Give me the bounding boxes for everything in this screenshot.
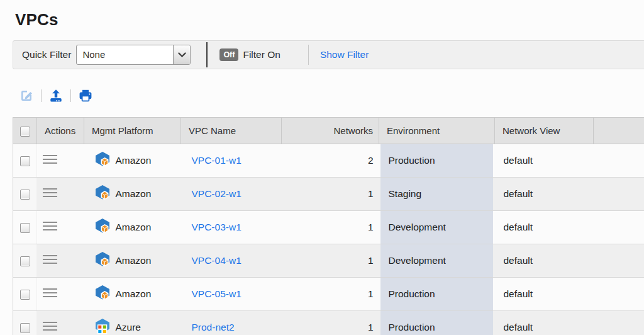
row-select-cell <box>13 211 37 244</box>
row-select-cell <box>13 311 37 335</box>
amazon-icon <box>94 251 111 270</box>
cell-spacer <box>594 244 644 278</box>
amazon-icon <box>94 285 111 304</box>
row-select-cell <box>13 278 37 311</box>
row-select-cell <box>13 144 37 178</box>
row-checkbox[interactable] <box>20 223 30 233</box>
header-actions[interactable]: Actions <box>37 118 84 144</box>
vpc-name-link[interactable]: VPC-05-w1 <box>192 288 242 299</box>
vpc-name-link[interactable]: VPC-03-w1 <box>192 222 242 232</box>
row-actions-cell <box>37 144 84 178</box>
row-checkbox[interactable] <box>20 256 30 266</box>
environment-value: Production <box>380 144 493 177</box>
platform-label: Amazon <box>116 155 152 166</box>
edit-icon[interactable] <box>19 88 34 103</box>
quick-filter-dropdown-button[interactable] <box>173 45 190 64</box>
row-actions-cell <box>37 244 84 278</box>
table-row: Amazon VPC-03-w1 1 Development default <box>13 211 644 244</box>
cell-networks: 1 <box>282 278 379 311</box>
table-row: Amazon VPC-01-w1 2 Production default <box>13 144 644 178</box>
row-actions-menu-icon[interactable] <box>43 185 57 201</box>
row-checkbox[interactable] <box>20 290 30 300</box>
table-row: Amazon VPC-02-w1 1 Staging default <box>13 178 644 211</box>
cell-vpc-name: VPC-02-w1 <box>181 178 282 211</box>
cell-network-view: default <box>495 244 594 278</box>
cell-spacer <box>594 178 644 211</box>
cell-mgmt-platform: Amazon <box>84 144 181 178</box>
quick-filter-label: Quick Filter <box>22 49 71 60</box>
amazon-icon <box>94 218 111 237</box>
toolbar-divider <box>41 89 42 102</box>
environment-value: Staging <box>380 178 493 210</box>
filter-bar-divider <box>206 42 208 67</box>
azure-icon <box>94 318 111 335</box>
table-header-row: Actions Mgmt Platform VPC Name Networks … <box>13 118 644 144</box>
row-checkbox[interactable] <box>20 190 30 200</box>
filter-toggle-label: Filter On <box>243 49 280 60</box>
cell-mgmt-platform: Amazon <box>84 211 181 244</box>
table-toolbar <box>19 88 644 103</box>
row-checkbox[interactable] <box>20 323 30 333</box>
cell-environment: Development <box>379 244 495 278</box>
row-actions-cell <box>37 211 84 244</box>
print-icon[interactable] <box>78 88 93 103</box>
vpc-name-link[interactable]: VPC-02-w1 <box>192 188 242 199</box>
cell-network-view: default <box>495 211 594 244</box>
cell-networks: 1 <box>282 311 379 335</box>
row-actions-cell <box>37 311 84 335</box>
quick-filter-value: None <box>77 45 173 64</box>
cell-environment: Production <box>379 144 495 178</box>
cell-network-view: default <box>495 278 594 311</box>
platform-label: Azure <box>116 322 142 333</box>
table-row: Azure Prod-net2 1 Production default <box>13 311 644 335</box>
header-vpc-name[interactable]: VPC Name <box>181 118 282 144</box>
cell-vpc-name: Prod-net2 <box>181 311 282 335</box>
upload-icon[interactable] <box>48 88 64 103</box>
vpc-name-link[interactable]: VPC-04-w1 <box>192 255 242 266</box>
page-title: VPCs <box>15 10 644 29</box>
header-mgmt-platform[interactable]: Mgmt Platform <box>84 118 181 144</box>
cell-spacer <box>594 211 644 244</box>
environment-value: Development <box>380 211 493 244</box>
select-all-header <box>13 118 37 144</box>
cell-networks: 2 <box>282 144 379 178</box>
header-network-view[interactable]: Network View <box>495 118 594 144</box>
cell-environment: Production <box>379 278 495 311</box>
cell-mgmt-platform: Amazon <box>84 244 181 278</box>
amazon-icon <box>94 185 111 203</box>
platform-label: Amazon <box>116 255 152 266</box>
row-actions-menu-icon[interactable] <box>43 251 57 268</box>
amazon-icon <box>94 151 111 170</box>
environment-value: Production <box>380 278 493 310</box>
cell-mgmt-platform: Azure <box>84 311 181 335</box>
filter-toggle[interactable]: Off <box>219 48 238 61</box>
row-actions-menu-icon[interactable] <box>43 318 57 334</box>
quick-filter-select[interactable]: None <box>76 45 191 65</box>
cell-vpc-name: VPC-01-w1 <box>181 144 282 178</box>
vpc-table: Actions Mgmt Platform VPC Name Networks … <box>13 117 644 335</box>
cell-network-view: default <box>495 178 594 211</box>
platform-label: Amazon <box>116 288 152 300</box>
row-actions-menu-icon[interactable] <box>43 151 57 168</box>
header-environment[interactable]: Environment <box>379 118 495 144</box>
cell-spacer <box>594 144 644 178</box>
vpc-name-link[interactable]: VPC-01-w1 <box>192 155 242 166</box>
row-checkbox[interactable] <box>20 156 30 166</box>
toolbar-divider <box>70 89 71 102</box>
cell-vpc-name: VPC-04-w1 <box>181 244 282 278</box>
filter-bar-divider-2 <box>308 45 309 65</box>
cell-spacer <box>594 311 644 335</box>
row-actions-menu-icon[interactable] <box>43 218 57 234</box>
row-select-cell <box>13 244 37 278</box>
cell-networks: 1 <box>282 178 379 211</box>
cell-mgmt-platform: Amazon <box>84 178 181 211</box>
cell-vpc-name: VPC-05-w1 <box>181 278 282 311</box>
row-actions-menu-icon[interactable] <box>43 285 57 301</box>
vpc-name-link[interactable]: Prod-net2 <box>192 322 235 332</box>
header-networks[interactable]: Networks <box>282 118 379 144</box>
select-all-checkbox[interactable] <box>20 127 30 137</box>
quick-filter-bar: Quick Filter None Off Filter On Show Fil… <box>13 40 644 69</box>
show-filter-link[interactable]: Show Filter <box>320 49 369 60</box>
cell-environment: Staging <box>379 178 495 211</box>
platform-label: Amazon <box>116 222 152 233</box>
